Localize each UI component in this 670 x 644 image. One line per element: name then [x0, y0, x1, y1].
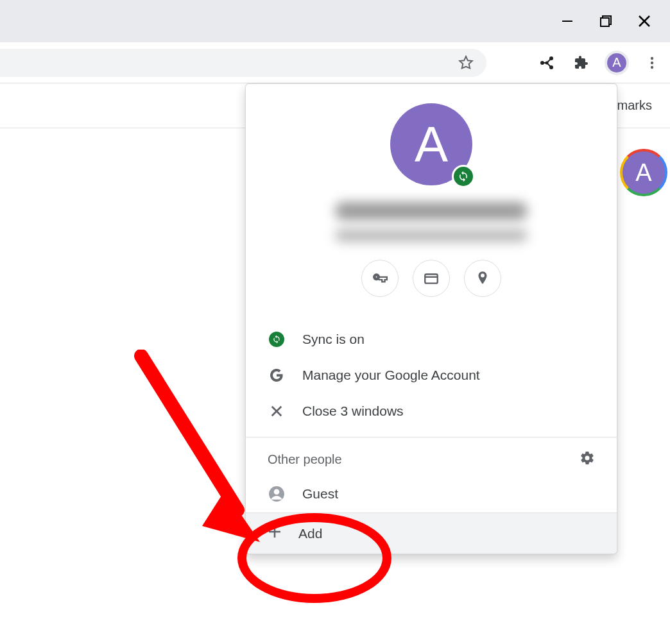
page-account-avatar-letter: A: [635, 159, 651, 187]
svg-point-13: [651, 65, 653, 68]
svg-rect-1: [601, 18, 609, 26]
page-account-avatar[interactable]: A: [620, 149, 667, 196]
svg-line-10: [547, 63, 551, 67]
profile-popup: A Sync is on: [245, 83, 617, 554]
bookmark-star-icon[interactable]: [454, 51, 477, 74]
close-windows-label: Close 3 windows: [302, 403, 404, 419]
add-profile-item[interactable]: Add: [246, 513, 617, 554]
manage-people-button[interactable]: [580, 450, 595, 469]
close-window-button[interactable]: [625, 3, 664, 39]
profile-avatar-button[interactable]: A: [605, 51, 629, 75]
minimize-icon: [560, 14, 574, 28]
kebab-menu-icon: [645, 56, 659, 70]
svg-point-19: [274, 489, 280, 495]
guest-avatar-icon: [268, 486, 286, 502]
svg-line-9: [547, 58, 551, 63]
profile-name-redacted: [335, 202, 528, 220]
browser-toolbar: A: [0, 42, 670, 83]
addresses-button[interactable]: [464, 260, 501, 297]
sync-status-label: Sync is on: [302, 332, 365, 347]
minimize-button[interactable]: [548, 3, 587, 39]
passwords-button[interactable]: [361, 260, 399, 297]
sync-badge-icon: [452, 165, 475, 188]
chrome-menu-button[interactable]: [640, 51, 664, 74]
bookmarks-partial-text: marks: [617, 98, 652, 113]
sync-on-icon: [269, 332, 284, 347]
guest-profile-item[interactable]: Guest: [246, 475, 617, 513]
profile-email-redacted: [335, 229, 528, 242]
profile-large-avatar-letter: A: [415, 115, 448, 174]
profile-large-avatar: A: [390, 103, 472, 185]
maximize-icon: [599, 14, 613, 28]
payment-methods-button[interactable]: [413, 260, 450, 297]
profile-menu: Sync is on Manage your Google Account Cl…: [246, 314, 617, 437]
manage-account-item[interactable]: Manage your Google Account: [246, 357, 617, 393]
graph-extension-icon[interactable]: [535, 51, 558, 74]
other-people-label: Other people: [268, 452, 342, 467]
extensions-puzzle-icon[interactable]: [570, 51, 593, 74]
sync-status-item[interactable]: Sync is on: [246, 321, 617, 357]
close-windows-item[interactable]: Close 3 windows: [246, 393, 617, 429]
add-profile-label: Add: [298, 526, 322, 541]
key-icon: [372, 270, 388, 287]
close-icon: [637, 14, 651, 28]
credit-card-icon: [423, 270, 440, 287]
svg-point-12: [651, 61, 653, 64]
avatar-letter: A: [612, 55, 621, 70]
google-g-icon: [268, 368, 286, 383]
svg-line-22: [141, 356, 237, 510]
plus-icon: [268, 525, 282, 542]
manage-account-label: Manage your Google Account: [302, 368, 480, 383]
location-pin-icon: [474, 270, 491, 287]
address-bar[interactable]: [0, 49, 486, 77]
profile-header: A: [246, 84, 617, 314]
svg-point-11: [651, 56, 653, 59]
guest-profile-label: Guest: [302, 486, 338, 502]
close-x-icon: [268, 405, 286, 418]
window-titlebar: [0, 0, 670, 42]
other-people-header: Other people: [246, 437, 617, 475]
maximize-button[interactable]: [587, 3, 625, 39]
svg-rect-14: [425, 275, 438, 284]
gear-icon: [580, 450, 595, 466]
